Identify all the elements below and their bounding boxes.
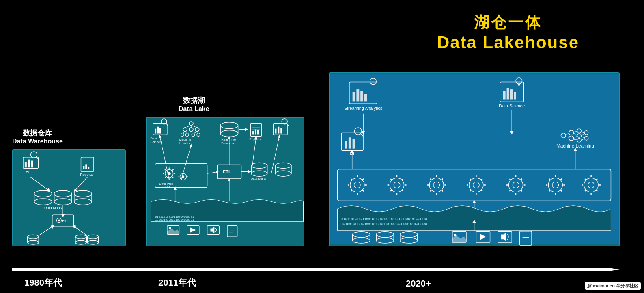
era-1980-label: 1980年代: [24, 277, 62, 289]
svg-text:101001010010100101001011010010: 1010010100101001010010110100100110010100…: [341, 222, 427, 226]
svg-text:01011010010110010100101: 01011010010110010100101: [155, 215, 194, 218]
svg-text:and Validation: and Validation: [159, 186, 179, 189]
svg-rect-3: [28, 160, 30, 168]
svg-text:BI: BI: [26, 170, 29, 174]
data-warehouse-box: BI Reports Data Marts: [12, 149, 126, 246]
dl-chinese-label: 数据湖: [179, 96, 209, 105]
svg-rect-12: [83, 166, 84, 169]
svg-rect-52: [155, 129, 156, 134]
svg-point-103: [168, 172, 171, 175]
svg-text:Reports: Reports: [249, 137, 261, 141]
svg-rect-161: [510, 89, 513, 99]
timeline-bar: [12, 268, 620, 271]
svg-point-34: [58, 220, 60, 222]
data-lake-box: Data Science Machine Learning Real-Time …: [146, 117, 304, 246]
svg-rect-159: [503, 91, 506, 99]
svg-rect-170: [353, 139, 355, 148]
svg-rect-13: [85, 164, 87, 169]
svg-text:Real-Time: Real-Time: [221, 138, 236, 141]
svg-rect-151: [356, 89, 359, 101]
svg-text:ETL: ETL: [223, 169, 231, 174]
title-block: 湖仓一体 Data Lakehouse: [437, 12, 579, 52]
svg-text:Machine Learning: Machine Learning: [556, 143, 594, 148]
svg-rect-4: [31, 161, 33, 168]
svg-rect-88: [257, 130, 259, 135]
svg-rect-14: [88, 167, 89, 169]
svg-text:ETL: ETL: [62, 219, 69, 223]
svg-rect-152: [360, 91, 363, 101]
svg-point-140: [169, 227, 171, 229]
svg-rect-92: [278, 127, 279, 134]
dl-english-label: Data Lake: [179, 105, 209, 113]
watermark: 脉 maimai.cn 半分享社区: [585, 282, 641, 290]
svg-text:10100101001010010100101: 10100101001010010100101: [155, 218, 194, 222]
svg-rect-2: [25, 162, 27, 168]
svg-text:Reports: Reports: [80, 173, 93, 177]
svg-text:Data: Data: [150, 137, 157, 140]
era-2020-label: 2020+: [406, 278, 431, 289]
dw-chinese-label: 数据仓库: [12, 128, 63, 138]
svg-rect-93: [280, 128, 282, 134]
svg-text:Data Marts: Data Marts: [44, 206, 62, 210]
svg-rect-162: [514, 92, 516, 100]
svg-rect-53: [157, 127, 159, 134]
svg-rect-160: [507, 88, 509, 99]
svg-rect-168: [345, 141, 347, 149]
svg-rect-169: [349, 137, 351, 148]
svg-text:Data Science: Data Science: [499, 103, 525, 108]
svg-text:Learning: Learning: [179, 141, 192, 145]
svg-text:Data Prep: Data Prep: [159, 182, 174, 186]
svg-rect-86: [252, 131, 254, 135]
title-chinese: 湖仓一体: [474, 14, 542, 31]
data-lake-label: 数据湖 Data Lake: [179, 96, 209, 113]
svg-rect-153: [364, 94, 367, 102]
title-english: Data Lakehouse: [437, 33, 579, 52]
svg-text:010110100101100101001010110100: 0101101001011001010010101101001011001010…: [341, 218, 427, 221]
svg-text:Science: Science: [150, 140, 162, 144]
data-lakehouse-box: Streaming Analytics Data Science BI: [329, 72, 620, 246]
svg-rect-91: [275, 129, 276, 134]
svg-text:Data Marts: Data Marts: [251, 177, 267, 180]
svg-rect-150: [353, 92, 355, 101]
era-2011-label: 2011年代: [158, 277, 196, 289]
dw-english-label: Data Warehouse: [12, 138, 63, 145]
svg-text:Streaming Analytics: Streaming Analytics: [344, 106, 382, 111]
svg-point-284: [454, 234, 457, 237]
svg-rect-87: [255, 130, 256, 135]
svg-text:Machine: Machine: [179, 138, 191, 141]
svg-point-113: [182, 175, 184, 178]
svg-text:Database: Database: [221, 141, 235, 145]
data-warehouse-label: 数据仓库 Data Warehouse: [12, 128, 63, 145]
svg-rect-54: [159, 128, 161, 134]
